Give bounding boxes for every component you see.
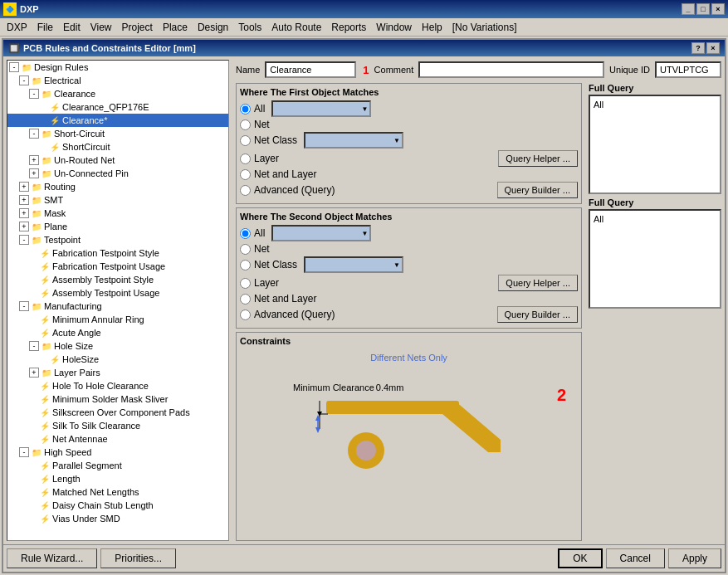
ok-button[interactable]: OK [558, 548, 602, 568]
expander-un-connected[interactable]: + [29, 168, 39, 178]
radio-second-advanced-input[interactable] [240, 309, 251, 320]
menu-autoroute[interactable]: Auto Route [266, 20, 326, 35]
tree-node-un-routed-net[interactable]: + 📁 Un-Routed Net [7, 153, 228, 167]
expander-mask[interactable]: + [19, 208, 29, 218]
tree-node-fab-testpoint-usage[interactable]: ⚡ Fabrication Testpoint Usage [7, 260, 228, 273]
dialog-title-bar: 🔲 PCB Rules and Constraints Editor [mm] … [3, 40, 725, 56]
menu-reports[interactable]: Reports [326, 20, 371, 35]
expander-design-rules[interactable]: - [9, 62, 19, 72]
tree-node-acute-angle[interactable]: ⚡ Acute Angle [7, 326, 228, 339]
tree-panel[interactable]: - 📁 Design Rules - 📁 Electrical - 📁 Clea… [7, 60, 229, 541]
menu-variations[interactable]: [No Variations] [447, 20, 522, 35]
rule-wizard-button[interactable]: Rule Wizard... [7, 548, 97, 568]
dialog-close-button[interactable]: × [706, 42, 720, 54]
tree-node-electrical[interactable]: - 📁 Electrical [7, 74, 228, 87]
tree-node-fab-testpoint-style[interactable]: ⚡ Fabrication Testpoint Style [7, 246, 228, 260]
tree-node-manufacturing[interactable]: - 📁 Manufacturing [7, 300, 228, 313]
expander-plane[interactable]: + [19, 222, 29, 231]
minimize-button[interactable]: _ [682, 3, 695, 15]
radio-first-layer-input[interactable] [240, 153, 251, 164]
menu-project[interactable]: Project [117, 20, 158, 35]
radio-first-all-input[interactable] [240, 104, 251, 115]
tree-node-testpoint[interactable]: - 📁 Testpoint [7, 233, 228, 246]
tree-label-plane: Plane [44, 222, 227, 231]
radio-second-net-input[interactable] [240, 244, 251, 255]
tree-node-clearance-qfp[interactable]: ⚡ Clearance_QFP176E [7, 100, 228, 114]
app-title-bar: 🔷 DXP _ □ × [0, 0, 728, 18]
menu-help[interactable]: Help [417, 20, 447, 35]
tree-node-layer-pairs[interactable]: + 📁 Layer Pairs [7, 366, 228, 379]
tree-node-min-solder-mask[interactable]: ⚡ Minimum Solder Mask Sliver [7, 392, 228, 406]
menu-place[interactable]: Place [158, 20, 193, 35]
dropdown-first-netclass[interactable]: ▼ [304, 132, 403, 149]
tree-node-clearance-star[interactable]: ⚡ Clearance* [7, 114, 228, 127]
expander-routing[interactable]: + [19, 182, 29, 192]
tree-node-net-antennae[interactable]: ⚡ Net Antennae [7, 432, 228, 446]
query-helper-second-button[interactable]: Query Helper ... [498, 275, 578, 291]
expander-electrical[interactable]: - [19, 76, 29, 85]
tree-node-daisy-chain[interactable]: ⚡ Daisy Chain Stub Length [7, 499, 228, 512]
tree-node-hole-size-group[interactable]: - 📁 Hole Size [7, 339, 228, 353]
tree-node-high-speed[interactable]: - 📁 High Speed [7, 446, 228, 459]
radio-first-advanced-input[interactable] [240, 185, 251, 196]
cancel-button[interactable]: Cancel [606, 548, 665, 568]
unique-id-input[interactable] [655, 61, 721, 78]
query-builder-first-button[interactable]: Query Builder ... [497, 182, 578, 198]
tree-node-parallel-segment[interactable]: ⚡ Parallel Segment [7, 459, 228, 472]
expander-high-speed[interactable]: - [19, 447, 29, 457]
expander-clearance-group[interactable]: - [29, 89, 39, 99]
expander-short-circuit[interactable]: - [29, 129, 39, 139]
expander-manufacturing[interactable]: - [19, 301, 29, 311]
menu-window[interactable]: Window [371, 20, 417, 35]
tree-node-shortcircuit[interactable]: ⚡ ShortCircuit [7, 140, 228, 153]
expander-hole-size[interactable]: - [29, 341, 39, 351]
tree-node-hole-to-hole[interactable]: ⚡ Hole To Hole Clearance [7, 379, 228, 392]
menu-dxp[interactable]: DXP [2, 20, 32, 35]
tree-node-min-annular-ring[interactable]: ⚡ Minimum Annular Ring [7, 313, 228, 326]
radio-second-net-and-layer-input[interactable] [240, 294, 251, 305]
query-helper-first-button[interactable]: Query Helper ... [498, 150, 578, 167]
tree-node-plane[interactable]: + 📁 Plane [7, 220, 228, 233]
dropdown-second-all[interactable]: ▼ [271, 225, 371, 241]
dropdown-second-netclass[interactable]: ▼ [304, 256, 403, 273]
menu-file[interactable]: File [32, 20, 58, 35]
tree-node-length[interactable]: ⚡ Length [7, 472, 228, 485]
tree-node-asm-testpoint-usage[interactable]: ⚡ Assembly Testpoint Usage [7, 286, 228, 300]
radio-second-netclass-input[interactable] [240, 260, 251, 270]
dialog-help-button[interactable]: ? [691, 42, 705, 54]
dropdown-first-all[interactable]: ▼ [271, 100, 371, 117]
radio-second-all-input[interactable] [240, 228, 251, 239]
apply-button[interactable]: Apply [668, 548, 721, 568]
menu-edit[interactable]: Edit [58, 20, 86, 35]
tree-node-silkscreen-comp[interactable]: ⚡ Silkscreen Over Component Pads [7, 406, 228, 419]
menu-view[interactable]: View [86, 20, 117, 35]
tree-node-short-circuit-group[interactable]: - 📁 Short-Circuit [7, 127, 228, 140]
tree-node-design-rules[interactable]: - 📁 Design Rules [7, 61, 228, 74]
radio-first-net-and-layer-input[interactable] [240, 169, 251, 180]
tree-node-matched-net-lengths[interactable]: ⚡ Matched Net Lengths [7, 485, 228, 499]
tree-node-silk-to-silk[interactable]: ⚡ Silk To Silk Clearance [7, 419, 228, 432]
name-input[interactable] [265, 61, 356, 78]
query-builder-second-button[interactable]: Query Builder ... [497, 306, 578, 323]
expander-layer-pairs[interactable]: + [29, 368, 39, 378]
tree-node-holesize[interactable]: ⚡ HoleSize [7, 353, 228, 366]
tree-node-un-connected-pin[interactable]: + 📁 Un-Connected Pin [7, 167, 228, 180]
expander-un-routed[interactable]: + [29, 155, 39, 165]
radio-first-net-input[interactable] [240, 119, 251, 130]
tree-node-mask[interactable]: + 📁 Mask [7, 207, 228, 220]
menu-tools[interactable]: Tools [233, 20, 266, 35]
close-app-button[interactable]: × [711, 3, 725, 15]
menu-design[interactable]: Design [193, 20, 233, 35]
tree-node-smt[interactable]: + 📁 SMT [7, 193, 228, 207]
expander-testpoint[interactable]: - [19, 235, 29, 245]
radio-second-layer-input[interactable] [240, 278, 251, 289]
radio-first-netclass-input[interactable] [240, 135, 251, 146]
tree-node-routing[interactable]: + 📁 Routing [7, 180, 228, 193]
comment-input[interactable] [418, 61, 604, 78]
expander-smt[interactable]: + [19, 195, 29, 205]
priorities-button[interactable]: Priorities... [100, 548, 176, 568]
tree-node-clearance-group[interactable]: - 📁 Clearance [7, 87, 228, 100]
tree-node-vias-under-smd[interactable]: ⚡ Vias Under SMD [7, 512, 228, 525]
tree-node-asm-testpoint-style[interactable]: ⚡ Assembly Testpoint Style [7, 273, 228, 286]
maximize-button[interactable]: □ [696, 3, 710, 15]
